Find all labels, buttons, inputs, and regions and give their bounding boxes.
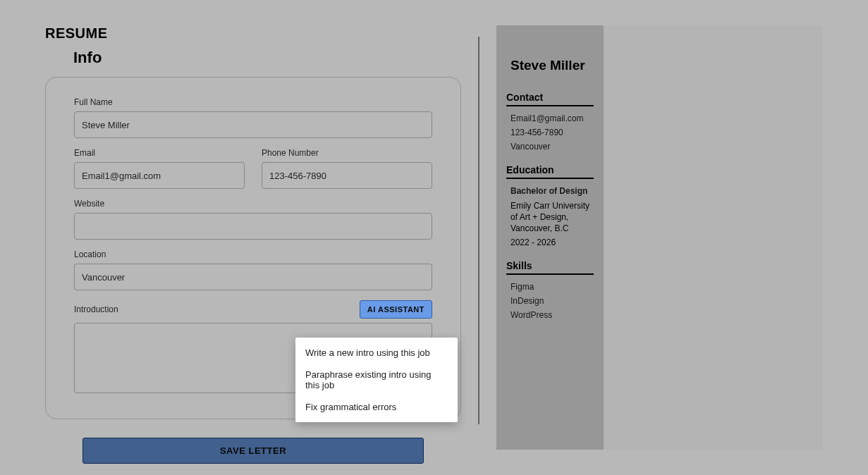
preview-education-school: Emily Carr University of Art + Design, V… [506, 200, 594, 235]
preview-skill-item: InDesign [506, 296, 594, 306]
preview-name: Steve Miller [511, 58, 594, 73]
location-input[interactable] [74, 264, 432, 290]
preview-contact-email: Email1@gmail.com [506, 113, 594, 123]
preview-skill-item: Figma [506, 282, 594, 292]
website-input[interactable] [74, 213, 432, 240]
page-title: RESUME [45, 25, 461, 42]
location-label: Location [74, 249, 432, 259]
full-name-input[interactable] [74, 111, 432, 138]
preview-education-heading: Education [506, 164, 594, 179]
email-label: Email [74, 148, 245, 158]
preview-skill-item: WordPress [506, 310, 594, 320]
ai-menu-item-fix-grammar[interactable]: Fix grammatical errors [295, 396, 458, 418]
preview-education-degree: Bachelor of Design [506, 186, 594, 196]
ai-menu-item-write-new[interactable]: Write a new intro using this job [295, 342, 458, 364]
introduction-label: Introduction [74, 304, 118, 314]
resume-preview-sidebar: Steve Miller Contact Email1@gmail.com 12… [496, 25, 604, 450]
full-name-label: Full Name [74, 97, 432, 107]
ai-assistant-button[interactable]: AI ASSISTANT [360, 300, 432, 319]
preview-education-years: 2022 - 2026 [506, 238, 594, 247]
preview-contact-location: Vancouver [506, 142, 594, 152]
preview-contact-phone: 123-456-7890 [506, 128, 594, 137]
ai-assistant-dropdown: Write a new intro using this job Paraphr… [295, 338, 458, 422]
preview-skills-heading: Skills [506, 260, 594, 275]
save-letter-button[interactable]: SAVE LETTER [82, 438, 424, 464]
vertical-divider [478, 37, 479, 424]
phone-input[interactable] [262, 162, 432, 189]
preview-contact-heading: Contact [506, 92, 594, 106]
website-label: Website [74, 199, 432, 209]
resume-preview: Steve Miller Contact Email1@gmail.com 12… [496, 25, 823, 450]
section-title-info: Info [73, 49, 461, 67]
email-input[interactable] [74, 162, 245, 189]
ai-menu-item-paraphrase[interactable]: Paraphrase existing intro using this job [295, 364, 458, 396]
phone-label: Phone Number [262, 148, 432, 158]
